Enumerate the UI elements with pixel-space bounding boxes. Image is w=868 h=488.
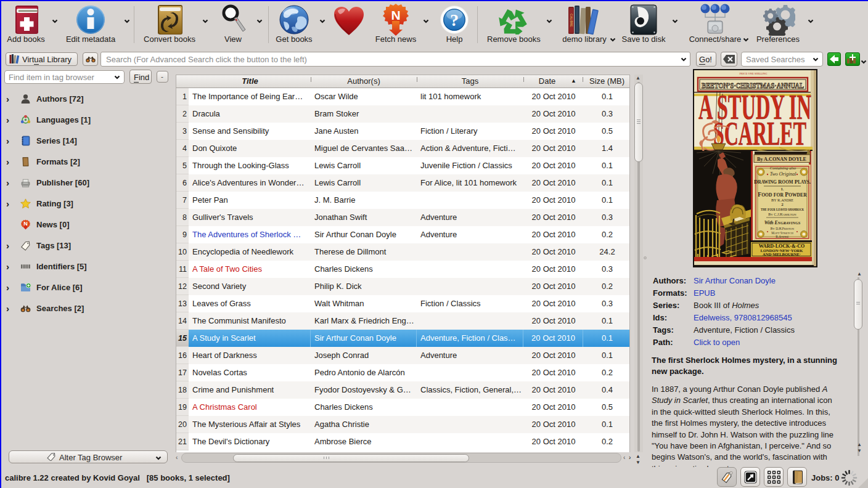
svg-text:BY D.H.FRISTON: BY D.H.FRISTON xyxy=(771,227,795,230)
svg-text:With ENGRAVINGS: With ENGRAVINGS xyxy=(764,220,801,226)
svg-text:SCARLET: SCARLET xyxy=(713,115,806,152)
svg-text:THE FOUR LEAVED SHAMROCK: THE FOUR LEAVED SHAMROCK xyxy=(761,207,804,212)
svg-text:1.: 1. xyxy=(781,187,784,191)
svg-text:FOOD FOR POWDER: FOOD FOR POWDER xyxy=(758,192,807,198)
svg-text:PRICE ONE SHILLING: PRICE ONE SHILLING xyxy=(740,72,768,75)
svg-text:DRAWING ROOM PLAYS.: DRAWING ROOM PLAYS. xyxy=(754,179,811,185)
svg-text:Containing also: Containing also xyxy=(770,166,796,170)
svg-text:N: N xyxy=(23,221,28,227)
svg-text:?: ? xyxy=(450,10,459,30)
svg-text:Two Original: Two Original xyxy=(770,171,797,177)
svg-text:R.ANDRÉ: R.ANDRÉ xyxy=(776,235,789,238)
svg-text:BY C.J.HAMILTON: BY C.J.HAMILTON xyxy=(768,213,796,216)
svg-text:MATT STRETCH: MATT STRETCH xyxy=(771,231,793,235)
svg-text:AND·MELBOURNE·: AND·MELBOURNE· xyxy=(763,252,801,256)
svg-text:N: N xyxy=(391,8,400,22)
svg-text:2: 2 xyxy=(781,202,784,207)
svg-text:CALIBRE: CALIBRE xyxy=(570,14,573,27)
svg-text:By A.CONAN DOYLE: By A.CONAN DOYLE xyxy=(757,156,806,162)
